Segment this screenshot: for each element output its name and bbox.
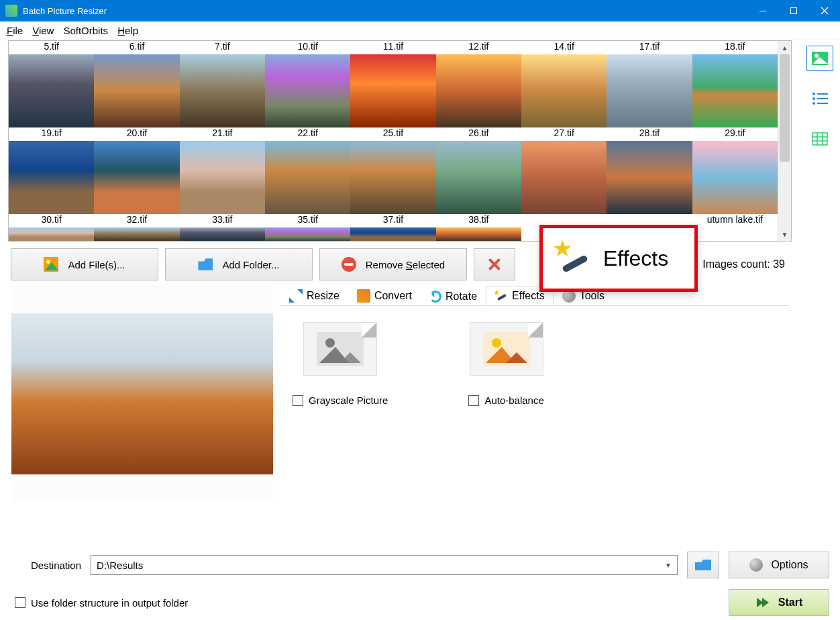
tab-rotate[interactable]: Rotate	[421, 287, 486, 305]
svg-point-12	[492, 338, 501, 348]
thumb-label: 25.tif	[382, 127, 405, 141]
thumbnail[interactable]	[521, 54, 607, 127]
window-titlebar: Batch Picture Resizer	[0, 0, 840, 21]
menu-help[interactable]: Help	[117, 25, 138, 36]
thumbnail[interactable]	[521, 141, 607, 214]
add-folder-label: Add Folder...	[222, 259, 279, 270]
thumbnail[interactable]	[9, 54, 94, 127]
menu-softorbits[interactable]: SoftOrbits	[63, 25, 108, 36]
destination-value: D:\Results	[97, 560, 143, 571]
minimize-button[interactable]	[747, 0, 778, 21]
svg-point-22	[812, 102, 815, 105]
svg-rect-24	[812, 133, 827, 145]
thumbnail-gallery[interactable]: 5.tif 6.tif 7.tif 10.tif 11.tif 12.tif 1…	[8, 40, 792, 242]
thumbnail[interactable]	[350, 54, 435, 127]
x-icon	[487, 257, 502, 272]
thumbnail[interactable]	[607, 54, 692, 127]
svg-point-16	[815, 54, 819, 58]
thumbnail[interactable]	[94, 54, 179, 127]
thumb-label: 18.tif	[723, 41, 746, 54]
tab-convert[interactable]: Convert	[348, 286, 421, 305]
scroll-down-icon[interactable]: ▼	[778, 227, 791, 241]
thumbnail[interactable]	[265, 227, 350, 241]
thumb-label: 20.tif	[125, 127, 148, 141]
thumb-label: 21.tif	[211, 127, 233, 141]
thumb-label: 27.tif	[552, 127, 575, 141]
thumbnail[interactable]	[265, 54, 350, 127]
thumb-label: 6.tif	[128, 41, 146, 54]
thumbnail[interactable]	[436, 141, 521, 214]
preview-image	[11, 313, 273, 474]
grayscale-checkbox[interactable]: Grayscale Picture	[293, 395, 388, 406]
grayscale-preview-icon	[303, 322, 377, 376]
image-icon	[44, 257, 58, 272]
svg-point-5	[46, 260, 50, 264]
checkbox-icon	[15, 597, 25, 608]
view-grid-button[interactable]	[806, 126, 833, 152]
chevron-down-icon: ▼	[665, 562, 672, 569]
checkbox-icon	[293, 395, 303, 406]
tab-strip: Resize Convert Rotate Effects Tools	[280, 285, 789, 306]
preview-pane	[11, 285, 274, 502]
thumbnail[interactable]	[180, 227, 265, 241]
thumb-label: 29.tif	[723, 127, 746, 141]
thumbnail[interactable]	[436, 54, 521, 127]
tab-resize[interactable]: Resize	[280, 286, 348, 305]
autobalance-preview-icon	[470, 322, 543, 376]
remove-icon	[342, 257, 356, 272]
thumb-label: 11.tif	[382, 41, 405, 54]
thumbnail[interactable]	[94, 141, 179, 214]
thumbnail[interactable]	[9, 227, 94, 241]
options-button[interactable]: Options	[729, 552, 829, 578]
window-title: Batch Picture Resizer	[23, 6, 107, 16]
menu-file[interactable]: File	[7, 25, 23, 36]
use-folder-structure-checkbox[interactable]: Use folder structure in output folder	[11, 597, 188, 609]
clear-all-button[interactable]	[474, 248, 515, 280]
convert-icon	[357, 289, 370, 303]
wand-icon	[555, 240, 591, 276]
thumbnail[interactable]	[94, 227, 179, 241]
add-files-label: Add File(s)...	[68, 259, 125, 270]
thumbnail[interactable]	[607, 141, 692, 214]
thumbnail[interactable]	[180, 54, 265, 127]
thumbnail[interactable]	[436, 227, 521, 241]
thumb-label: 38.tif	[467, 214, 490, 227]
thumbnail[interactable]	[9, 141, 94, 214]
svg-point-18	[812, 93, 815, 95]
thumb-label: 7.tif	[213, 41, 231, 54]
autobalance-checkbox[interactable]: Auto-balance	[468, 395, 543, 406]
thumbnail[interactable]	[692, 141, 778, 214]
destination-label: Destination	[11, 560, 81, 571]
menu-view[interactable]: View	[32, 25, 54, 36]
destination-combobox[interactable]: D:\Results ▼	[91, 555, 678, 575]
thumbnail[interactable]	[265, 141, 350, 214]
start-button[interactable]: Start	[729, 589, 829, 616]
thumb-label: 30.tif	[40, 214, 62, 227]
add-folder-button[interactable]: Add Folder...	[165, 248, 313, 280]
close-button[interactable]	[809, 0, 840, 21]
svg-point-8	[325, 338, 335, 348]
add-files-button[interactable]: Add File(s)...	[11, 248, 158, 280]
thumb-label: utumn lake.tif	[706, 214, 764, 227]
view-thumbnails-button[interactable]	[806, 46, 833, 71]
thumb-label: 28.tif	[638, 127, 661, 141]
maximize-button[interactable]	[778, 0, 809, 21]
bottom-panel: Destination D:\Results ▼ Options Use fol…	[0, 545, 840, 620]
remove-selected-button[interactable]: Remove Selected	[319, 248, 467, 280]
rotate-icon	[429, 291, 441, 303]
svg-rect-1	[791, 8, 797, 14]
thumb-label: 12.tif	[467, 41, 490, 54]
scroll-thumb[interactable]	[780, 54, 790, 162]
scroll-up-icon[interactable]: ▲	[778, 41, 791, 54]
svg-marker-30	[762, 598, 769, 607]
thumbnail[interactable]	[692, 54, 778, 127]
menu-bar: File View SoftOrbits Help	[0, 21, 840, 40]
thumb-label: 33.tif	[211, 214, 233, 227]
thumbnail[interactable]	[350, 227, 435, 241]
gallery-scrollbar[interactable]: ▲ ▼	[778, 41, 791, 241]
thumbnail[interactable]	[180, 141, 265, 214]
browse-destination-button[interactable]	[687, 552, 719, 578]
folder-icon	[695, 558, 711, 572]
thumbnail[interactable]	[350, 141, 435, 214]
view-list-button[interactable]	[806, 86, 833, 111]
